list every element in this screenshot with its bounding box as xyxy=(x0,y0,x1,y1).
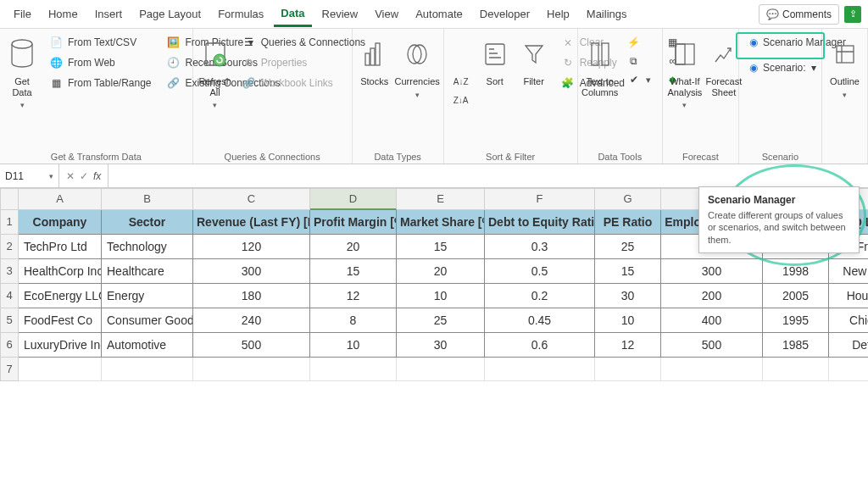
scenario-manager-button[interactable]: ◉Scenario Manager xyxy=(746,34,815,51)
scenario-dropdown[interactable]: ◉Scenario: ▾ xyxy=(746,59,815,76)
cell[interactable]: 300 xyxy=(193,259,310,284)
cell[interactable]: 500 xyxy=(193,333,310,358)
cell[interactable]: Technology xyxy=(102,235,193,259)
cell[interactable]: HealthCorp Inc xyxy=(19,259,102,284)
col-header-A[interactable]: A xyxy=(19,188,102,210)
cancel-icon[interactable]: ✕ xyxy=(66,170,75,182)
refresh-all-button[interactable]: Refresh All ▾ xyxy=(200,34,231,148)
cell[interactable]: TechPro Ltd xyxy=(19,235,102,259)
cell[interactable]: EcoEnergy LLC xyxy=(19,284,102,308)
menu-mailings[interactable]: Mailings xyxy=(580,3,634,25)
name-box[interactable]: D11 ▾ xyxy=(0,164,59,187)
select-all-corner[interactable] xyxy=(0,188,19,210)
cell[interactable]: FoodFest Co xyxy=(19,308,102,333)
cell[interactable]: Houston, TX xyxy=(829,284,868,308)
row-header-2[interactable]: 2 xyxy=(0,235,19,259)
from-text-csv-button[interactable]: 📄From Text/CSV xyxy=(46,34,155,51)
cell[interactable]: New York, NY xyxy=(829,259,868,284)
cell[interactable]: 15 xyxy=(310,259,397,284)
text-to-columns-button[interactable]: Text to Columns xyxy=(585,34,615,148)
cell[interactable]: 20 xyxy=(397,259,485,284)
menu-view[interactable]: View xyxy=(368,3,405,25)
properties-button[interactable]: ⚙Properties xyxy=(239,54,369,71)
cell[interactable]: 8 xyxy=(310,308,397,333)
cell[interactable]: 10 xyxy=(310,333,397,358)
cell[interactable]: Chicago, IL xyxy=(829,308,868,333)
menu-insert[interactable]: Insert xyxy=(88,3,130,25)
cell[interactable]: 240 xyxy=(193,308,310,333)
cell[interactable]: 0.2 xyxy=(485,284,595,308)
col-header-D[interactable]: D xyxy=(310,188,397,210)
cell[interactable]: Company xyxy=(19,210,102,235)
stocks-button[interactable]: Stocks xyxy=(359,34,390,148)
row-header-3[interactable]: 3 xyxy=(0,259,19,284)
row-header-5[interactable]: 5 xyxy=(0,308,19,333)
col-header-E[interactable]: E xyxy=(397,188,485,210)
cell[interactable]: PE Ratio xyxy=(595,210,661,235)
workbook-links-button[interactable]: 🔗Workbook Links xyxy=(239,75,369,92)
cell[interactable]: 180 xyxy=(193,284,310,308)
cell[interactable]: 0.45 xyxy=(485,308,595,333)
cell[interactable]: 30 xyxy=(595,284,661,308)
cell[interactable]: Detroit, MI xyxy=(829,333,868,358)
from-table-range-button[interactable]: ▦From Table/Range xyxy=(46,75,155,92)
flash-fill-button[interactable]: ⚡ xyxy=(624,34,654,51)
sort-button[interactable]: Sort xyxy=(480,34,510,148)
cell[interactable]: 200 xyxy=(661,284,763,308)
cell[interactable]: Market Share [%] xyxy=(397,210,485,235)
menu-developer[interactable]: Developer xyxy=(473,3,537,25)
cell[interactable]: 20 xyxy=(310,235,397,259)
cell[interactable] xyxy=(397,358,485,381)
row-header-1[interactable]: 1 xyxy=(0,210,19,235)
share-button[interactable]: ⇪ xyxy=(844,6,861,23)
confirm-icon[interactable]: ✓ xyxy=(80,170,88,182)
get-data-button[interactable]: Get Data ▾ xyxy=(7,34,37,148)
data-validation-button[interactable]: ✔▾ xyxy=(624,71,654,88)
cell[interactable]: 25 xyxy=(397,308,485,333)
cell[interactable]: 1998 xyxy=(763,259,829,284)
cell[interactable] xyxy=(829,358,868,381)
cell[interactable] xyxy=(310,358,397,381)
cell[interactable] xyxy=(661,358,763,381)
queries-connections-button[interactable]: ☰Queries & Connections xyxy=(239,34,369,51)
cell[interactable]: Consumer Goods xyxy=(102,308,193,333)
menu-file[interactable]: File xyxy=(7,3,38,25)
cell[interactable]: 1985 xyxy=(763,333,829,358)
col-header-G[interactable]: G xyxy=(595,188,661,210)
menu-formulas[interactable]: Formulas xyxy=(211,3,270,25)
cell[interactable]: 25 xyxy=(595,235,661,259)
currencies-button[interactable]: Currencies ▾ xyxy=(398,34,437,148)
what-if-analysis-button[interactable]: What-If Analysis ▾ xyxy=(670,34,700,148)
cell[interactable]: 15 xyxy=(595,259,661,284)
row-header-7[interactable]: 7 xyxy=(0,358,19,381)
cell[interactable]: 300 xyxy=(661,259,763,284)
menu-review[interactable]: Review xyxy=(315,3,365,25)
cell[interactable]: 12 xyxy=(595,333,661,358)
cell[interactable] xyxy=(485,358,595,381)
cell[interactable] xyxy=(763,358,829,381)
cell[interactable]: Automotive xyxy=(102,333,193,358)
comments-button[interactable]: 💬 Comments xyxy=(759,4,839,25)
menu-home[interactable]: Home xyxy=(42,3,85,25)
col-header-B[interactable]: B xyxy=(102,188,193,210)
cell[interactable]: Energy xyxy=(102,284,193,308)
sort-za-button[interactable]: Z↓A xyxy=(451,92,471,109)
from-web-button[interactable]: 🌐From Web xyxy=(46,54,155,71)
cell[interactable]: LuxuryDrive Inc xyxy=(19,333,102,358)
cell[interactable]: Healthcare xyxy=(102,259,193,284)
cell[interactable]: 1995 xyxy=(763,308,829,333)
cell[interactable]: 0.3 xyxy=(485,235,595,259)
cell[interactable]: 10 xyxy=(397,284,485,308)
remove-duplicates-button[interactable]: ⧉ xyxy=(624,53,654,69)
cell[interactable] xyxy=(193,358,310,381)
cell[interactable]: Profit Margin [%] xyxy=(310,210,397,235)
filter-button[interactable]: Filter xyxy=(519,34,549,148)
cell[interactable]: Revenue (Last FY) [M$] xyxy=(193,210,310,235)
cell[interactable]: 0.6 xyxy=(485,333,595,358)
cell[interactable]: Sector xyxy=(102,210,193,235)
menu-automate[interactable]: Automate xyxy=(409,3,470,25)
cell[interactable]: 120 xyxy=(193,235,310,259)
cell[interactable]: 15 xyxy=(397,235,485,259)
sort-az-button[interactable]: A↓Z xyxy=(451,74,471,91)
outline-button[interactable]: Outline ▾ xyxy=(829,34,860,158)
